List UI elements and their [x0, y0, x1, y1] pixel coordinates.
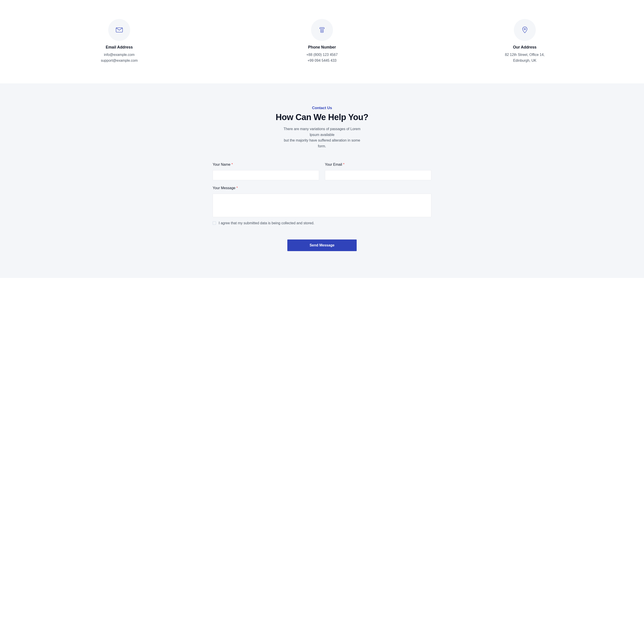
name-label: Your Name * — [213, 163, 319, 167]
svg-rect-1 — [321, 30, 323, 32]
phone-line-1: +88 (800) 123 4567 — [306, 52, 338, 58]
consent-row[interactable]: I agree that my submitted data is being … — [213, 221, 431, 225]
location-icon-circle — [514, 19, 536, 41]
contact-form: Your Name * Your Email * Your Message * — [213, 163, 431, 251]
mail-icon — [116, 28, 123, 32]
email-line-1: info@example.com — [104, 52, 135, 58]
required-mark: * — [343, 163, 344, 166]
required-mark: * — [231, 163, 233, 166]
address-info-card: Our Address 82 12th Street, Office 14, E… — [428, 19, 622, 63]
address-line-1: 82 12th Street, Office 14, — [505, 52, 545, 58]
svg-point-3 — [524, 28, 525, 30]
email-info-card: Email Address info@example.com support@e… — [22, 19, 216, 63]
phone-line-2: +99 094 5445 433 — [307, 58, 336, 64]
name-input[interactable] — [213, 170, 319, 180]
email-title: Email Address — [106, 45, 133, 50]
contact-info-row: Email Address info@example.com support@e… — [0, 0, 644, 83]
send-message-button[interactable]: Send Message — [287, 239, 357, 251]
address-line-2: Edinburgh, UK — [513, 58, 536, 64]
form-eyebrow: Contact Us — [235, 106, 409, 110]
phone-icon-circle — [311, 19, 333, 41]
message-field-group: Your Message * — [213, 186, 431, 217]
form-title: How Can We Help You? — [235, 112, 409, 122]
message-textarea[interactable] — [213, 194, 431, 217]
email-field-group: Your Email * — [325, 163, 431, 180]
svg-point-2 — [322, 31, 322, 32]
phone-info-card: Phone Number +88 (800) 123 4567 +99 094 … — [225, 19, 419, 63]
mail-icon-circle — [108, 19, 130, 41]
consent-checkbox[interactable] — [213, 221, 216, 225]
address-title: Our Address — [513, 45, 536, 50]
contact-form-section: Contact Us How Can We Help You? There ar… — [0, 83, 644, 278]
form-header: Contact Us How Can We Help You? There ar… — [235, 106, 409, 149]
email-input[interactable] — [325, 170, 431, 180]
required-mark: * — [236, 186, 238, 190]
form-subtitle: There are many variations of passages of… — [280, 126, 364, 149]
name-field-group: Your Name * — [213, 163, 319, 180]
email-label: Your Email * — [325, 163, 431, 167]
consent-label[interactable]: I agree that my submitted data is being … — [219, 221, 314, 225]
email-line-2: support@example.com — [101, 58, 138, 64]
map-pin-icon — [522, 27, 527, 33]
message-label: Your Message * — [213, 186, 431, 190]
phone-title: Phone Number — [308, 45, 336, 50]
phone-icon — [319, 27, 325, 33]
